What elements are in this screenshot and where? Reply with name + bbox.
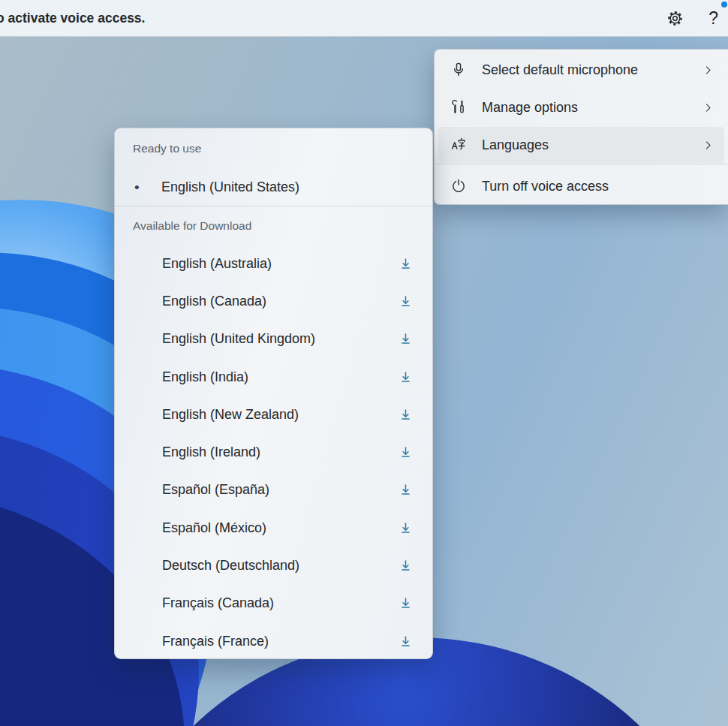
language-item-downloadable[interactable]: English (United Kingdom) xyxy=(115,321,432,358)
language-item-downloadable[interactable]: Deutsch (Deutschland) xyxy=(115,547,432,584)
download-button[interactable] xyxy=(399,559,413,573)
download-icon xyxy=(399,332,413,346)
language-item-downloadable[interactable]: Français (France) xyxy=(115,622,432,659)
download-icon xyxy=(399,408,413,422)
language-label: English (United Kingdom) xyxy=(162,331,315,347)
microphone-icon xyxy=(447,62,470,78)
download-button[interactable] xyxy=(399,445,413,459)
menu-item-label: Select default microphone xyxy=(482,62,638,78)
gear-icon xyxy=(666,10,684,27)
notification-dot xyxy=(721,2,727,8)
power-icon xyxy=(447,178,470,194)
ready-to-use-header: Ready to use xyxy=(115,128,432,168)
language-item-downloadable[interactable]: Español (España) xyxy=(115,471,432,509)
language-label: Français (Canada) xyxy=(162,595,274,611)
available-for-download-header: Available for Download xyxy=(115,206,432,245)
language-item-downloadable[interactable]: English (Canada) xyxy=(115,282,432,320)
download-icon xyxy=(399,634,413,649)
language-item-downloadable[interactable]: English (Australia) xyxy=(115,245,432,282)
language-label: Español (España) xyxy=(162,482,269,498)
download-icon xyxy=(399,521,413,535)
download-button[interactable] xyxy=(399,483,413,497)
download-icon xyxy=(399,445,413,459)
language-label: English (United States) xyxy=(161,179,299,195)
download-button[interactable] xyxy=(399,634,413,649)
chevron-right-icon xyxy=(702,64,714,77)
tools-icon xyxy=(447,99,470,116)
language-item-downloadable[interactable]: English (India) xyxy=(115,358,432,396)
download-icon xyxy=(399,294,413,309)
voice-access-screen: o activate voice access. ? xyxy=(0,0,728,726)
help-button[interactable]: ? xyxy=(708,10,718,27)
language-label: English (India) xyxy=(162,369,248,385)
download-button[interactable] xyxy=(399,521,413,535)
language-label: English (New Zealand) xyxy=(162,407,299,423)
language-label: Français (France) xyxy=(162,634,269,649)
download-button[interactable] xyxy=(399,408,413,422)
menu-item-label: Languages xyxy=(482,137,549,153)
menu-item-select-default-microphone[interactable]: Select default microphone xyxy=(435,51,728,89)
voice-access-bar-actions: ? xyxy=(666,10,728,27)
download-button[interactable] xyxy=(399,257,413,271)
chevron-right-icon xyxy=(702,101,714,114)
download-button[interactable] xyxy=(399,370,413,384)
language-label: English (Ireland) xyxy=(162,444,260,460)
download-button[interactable] xyxy=(399,332,413,346)
language-item-downloadable[interactable]: Español (México) xyxy=(115,509,432,547)
menu-item-label: Turn off voice access xyxy=(482,179,609,194)
language-item-installed[interactable]: • English (United States) xyxy=(115,168,432,206)
voice-access-status-text: o activate voice access. xyxy=(0,11,145,26)
language-label: English (Canada) xyxy=(162,294,266,309)
settings-gear-button[interactable] xyxy=(666,10,684,27)
language-item-downloadable[interactable]: English (Ireland) xyxy=(115,433,432,471)
downloadable-language-list: English (Australia) English (Canada) xyxy=(115,245,432,659)
menu-item-turn-off-voice-access[interactable]: Turn off voice access xyxy=(435,167,728,206)
download-icon xyxy=(399,559,413,573)
chevron-right-icon xyxy=(702,139,714,152)
settings-context-menu: Select default microphone Manage options xyxy=(434,49,728,205)
download-icon xyxy=(399,257,413,271)
language-label: Español (México) xyxy=(162,520,266,536)
download-icon xyxy=(399,370,413,384)
selected-bullet-icon: • xyxy=(134,180,161,194)
language-label: English (Australia) xyxy=(162,256,272,272)
voice-access-bar: o activate voice access. ? xyxy=(0,0,728,37)
download-button[interactable] xyxy=(399,596,413,610)
menu-item-label: Manage options xyxy=(482,100,578,116)
download-button[interactable] xyxy=(399,294,413,309)
language-label: Deutsch (Deutschland) xyxy=(162,558,299,574)
help-question-icon: ? xyxy=(708,10,718,27)
translate-icon xyxy=(447,137,470,153)
languages-flyout: Ready to use • English (United States) A… xyxy=(114,128,433,659)
language-item-downloadable[interactable]: Français (Canada) xyxy=(115,585,432,622)
download-icon xyxy=(399,596,413,610)
language-item-downloadable[interactable]: English (New Zealand) xyxy=(115,396,432,433)
menu-item-manage-options[interactable]: Manage options xyxy=(435,89,728,126)
menu-divider xyxy=(435,164,727,164)
menu-item-languages[interactable]: Languages xyxy=(438,127,724,163)
download-icon xyxy=(399,483,413,497)
